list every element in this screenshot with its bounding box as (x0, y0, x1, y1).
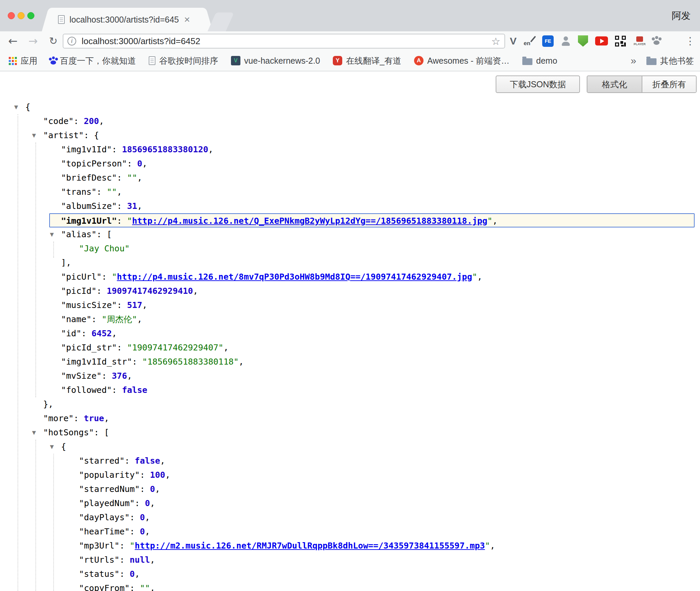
json-line[interactable]: "picUrl": "http://p4.music.126.net/8mv7q… (0, 270, 700, 284)
navigation-toolbar: ← → ↻ i localhost:3000/artists?id=6452 ☆… (0, 31, 700, 51)
player-icon[interactable]: PLAYER (633, 36, 646, 46)
json-line[interactable]: ▼"artist": { (0, 128, 700, 143)
youtube-icon[interactable] (595, 36, 608, 45)
qrcode-icon[interactable] (615, 36, 626, 46)
collapse-toggle-icon[interactable]: ▼ (32, 426, 36, 440)
address-bar[interactable]: i localhost:3000/artists?id=6452 ☆ (63, 34, 505, 49)
json-string-quote: " (130, 541, 135, 551)
json-line[interactable]: "rtUrls": null, (0, 553, 700, 567)
other-bookmarks-folder[interactable]: 其他书签 (646, 55, 694, 66)
window-close-button[interactable] (8, 12, 15, 19)
profile-person-icon[interactable] (561, 36, 571, 46)
json-line[interactable]: "musicSize": 517, (0, 298, 700, 312)
json-line[interactable]: "popularity": 100, (0, 468, 700, 482)
format-button[interactable]: 格式化 (587, 76, 642, 92)
bookmarks-overflow-icon[interactable]: » (631, 55, 636, 66)
json-line[interactable]: "briefDesc": "", (0, 171, 700, 185)
translate-pen-icon[interactable]: en (524, 35, 535, 47)
json-line[interactable]: "dayPlays": 0, (0, 510, 700, 525)
active-tab[interactable]: localhost:3000/artists?id=645 × (51, 8, 204, 31)
json-line[interactable]: "picId": 19097417462929410, (0, 284, 700, 298)
json-punct: : (81, 329, 91, 338)
json-line[interactable]: "more": true, (0, 411, 700, 426)
download-json-button[interactable]: 下载JSON数据 (496, 75, 580, 93)
bookmarks-bar: 应用百度一下，你就知道谷歌按时间排序Vvue-hackernews-2.0Y在线… (0, 51, 700, 71)
vimium-icon[interactable]: V (510, 35, 517, 47)
json-punct: , (127, 371, 132, 381)
json-line[interactable]: "copyFrom": "", (0, 581, 700, 591)
bookmark-item[interactable]: 应用 (8, 55, 37, 66)
json-punct: { (61, 442, 66, 452)
tab-close-icon[interactable]: × (184, 14, 190, 25)
json-line[interactable]: "status": 0, (0, 567, 700, 581)
back-button[interactable]: ← (4, 31, 22, 51)
json-line[interactable]: "code": 200, (0, 114, 700, 128)
json-punct: : (130, 583, 140, 591)
json-line[interactable]: "img1v1Id_str": "18569651883380118", (0, 355, 700, 369)
new-tab-button[interactable] (208, 12, 234, 31)
json-line[interactable]: ▼{ (0, 440, 700, 454)
fehelper-icon[interactable]: FE (542, 35, 554, 47)
json-line[interactable]: "Jay Chou" (0, 242, 700, 256)
json-punct: : (91, 314, 101, 324)
json-line[interactable]: "name": "周杰伦", (0, 312, 700, 326)
json-line[interactable]: "mvSize": 376, (0, 369, 700, 383)
adguard-shield-icon[interactable] (578, 35, 588, 47)
bookmark-item[interactable]: Y在线翻译_有道 (333, 55, 401, 66)
reload-button[interactable]: ↻ (45, 31, 62, 51)
bookmark-star-icon[interactable]: ☆ (491, 35, 500, 47)
bookmark-item[interactable]: 百度一下，你就知道 (50, 55, 136, 66)
json-key: "rtUrls" (79, 555, 119, 565)
bookmark-label: 在线翻译_有道 (346, 55, 401, 66)
json-line[interactable]: "followed": false (0, 383, 700, 397)
paw-icon[interactable] (653, 40, 660, 45)
page-info-icon[interactable]: i (67, 37, 76, 45)
bookmark-item[interactable]: 谷歌按时间排序 (149, 55, 218, 66)
json-key: "name" (61, 314, 91, 324)
json-punct: : (101, 272, 112, 282)
bookmark-item[interactable]: AAwesomes - 前端资… (414, 55, 509, 66)
json-link[interactable]: http://p4.music.126.net/Q_ExePNkmgB2yWyL… (132, 216, 488, 226)
json-line[interactable]: }, (0, 397, 700, 411)
json-line[interactable]: "starredNum": 0, (0, 482, 700, 496)
json-line-selected[interactable]: "img1v1Url": "http://p4.music.126.net/Q_… (49, 213, 695, 227)
json-number: 0 (150, 484, 155, 494)
json-line[interactable]: "mp3Url": "http://m2.music.126.net/RMJR7… (0, 539, 700, 553)
json-line[interactable]: "img1v1Id": 18569651883380120, (0, 143, 700, 157)
json-line[interactable]: ▼"alias": [ (0, 227, 700, 242)
json-line[interactable]: "albumSize": 31, (0, 199, 700, 213)
json-link[interactable]: http://m2.music.126.net/RMJR7wDullRqppBk… (135, 541, 485, 551)
browser-menu-icon[interactable]: ⋮ (685, 31, 695, 51)
json-line[interactable]: "starred": false, (0, 454, 700, 468)
json-line[interactable]: "trans": "", (0, 185, 700, 199)
url-text[interactable]: localhost:3000/artists?id=6452 (82, 36, 491, 46)
json-line[interactable]: ▼{ (0, 100, 700, 114)
json-punct: ], (61, 258, 71, 268)
json-punct: { (94, 130, 99, 140)
bookmark-item[interactable]: demo (522, 56, 557, 66)
window-minimize-button[interactable] (18, 12, 25, 19)
json-line[interactable]: "topicPerson": 0, (0, 157, 700, 171)
collapse-toggle-icon[interactable]: ▼ (32, 128, 36, 143)
json-line[interactable]: ▼"hotSongs": [ (0, 426, 700, 440)
collapse-toggle-icon[interactable]: ▼ (50, 227, 54, 242)
json-line[interactable]: "playedNum": 0, (0, 496, 700, 510)
json-punct: }, (43, 399, 53, 409)
json-line[interactable]: "id": 6452, (0, 326, 700, 341)
json-key: "musicSize" (61, 300, 117, 310)
collapse-toggle-icon[interactable]: ▼ (50, 440, 54, 454)
collapse-all-button[interactable]: 折叠所有 (642, 76, 696, 92)
json-link[interactable]: http://p4.music.126.net/8mv7qP30Pd3oHW8b… (117, 272, 472, 282)
tab-title: localhost:3000/artists?id=645 (69, 15, 181, 25)
collapse-toggle-icon[interactable]: ▼ (14, 100, 18, 114)
json-number: 31 (127, 201, 137, 211)
json-line[interactable]: ], (0, 256, 700, 270)
bookmark-item[interactable]: Vvue-hackernews-2.0 (231, 56, 320, 66)
json-punct: : (140, 470, 150, 480)
json-line[interactable]: "picId_str": "19097417462929407", (0, 341, 700, 355)
json-line[interactable]: "hearTime": 0, (0, 525, 700, 539)
json-key: "img1v1Url" (61, 216, 117, 226)
bookmark-label: 应用 (21, 55, 37, 66)
json-string-quote: " (127, 216, 132, 226)
window-zoom-button[interactable] (27, 12, 34, 19)
